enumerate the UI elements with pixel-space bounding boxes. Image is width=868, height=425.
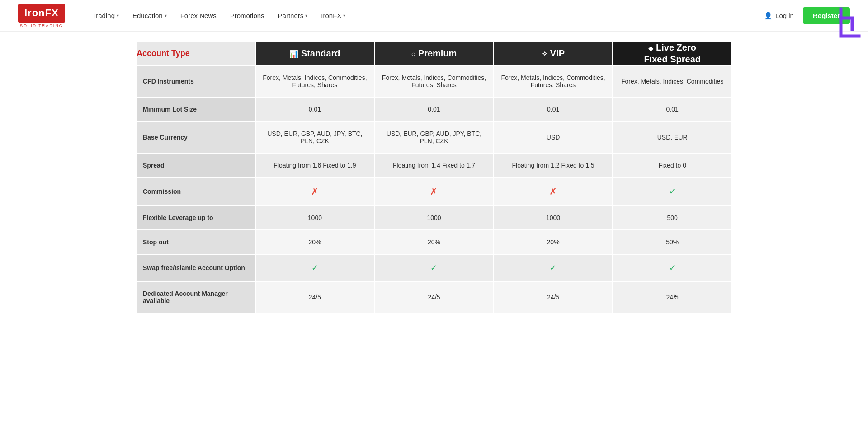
cell-live: ✓ bbox=[613, 177, 732, 205]
table-row: Commission✗✗✗✓ bbox=[136, 177, 732, 205]
header-label-col: Account Type bbox=[136, 41, 255, 65]
cell-live: 500 bbox=[613, 205, 732, 230]
chevron-down-icon: ▾ bbox=[305, 13, 307, 18]
row-label: Stop out bbox=[136, 230, 255, 254]
cell-premium: 24/5 bbox=[374, 281, 494, 313]
user-icon: 👤 bbox=[764, 12, 773, 20]
cell-vip: 0.01 bbox=[494, 97, 613, 121]
table-row: Dedicated Account Manager available24/52… bbox=[136, 281, 732, 313]
chevron-down-icon: ▾ bbox=[165, 13, 167, 18]
cross-icon: ✗ bbox=[311, 187, 319, 196]
cell-vip: 20% bbox=[494, 230, 613, 254]
nav-links: Trading ▾ Education ▾ Forex News Promoti… bbox=[92, 12, 764, 19]
logo[interactable]: IronFX SOLID TRADING bbox=[18, 4, 65, 28]
cell-vip: 1000 bbox=[494, 205, 613, 230]
logo-text: IronFX bbox=[18, 4, 65, 23]
row-label: CFD Instruments bbox=[136, 65, 255, 97]
header-vip: ✧ VIP bbox=[494, 41, 613, 65]
header-premium: ○ Premium bbox=[374, 41, 494, 65]
chevron-down-icon: ▾ bbox=[117, 13, 119, 18]
navbar: IronFX SOLID TRADING Trading ▾ Education… bbox=[0, 0, 868, 32]
header-standard: 📊 Standard bbox=[255, 41, 375, 65]
diamond-icon: ◆ bbox=[648, 45, 653, 52]
bar-chart-icon: 📊 bbox=[289, 50, 298, 58]
cell-standard: Forex, Metals, Indices, Commodities, Fut… bbox=[255, 65, 375, 97]
check-icon: ✓ bbox=[550, 263, 557, 272]
table-row: Minimum Lot Size0.010.010.010.01 bbox=[136, 97, 732, 121]
cell-premium: Floating from 1.4 Fixed to 1.7 bbox=[374, 153, 494, 177]
check-icon: ✓ bbox=[669, 263, 676, 272]
corner-brand-icon bbox=[836, 5, 863, 41]
cell-live: Forex, Metals, Indices, Commodities bbox=[613, 65, 732, 97]
row-label: Base Currency bbox=[136, 121, 255, 153]
table-row: Flexible Leverage up to100010001000500 bbox=[136, 205, 732, 230]
cell-vip: 24/5 bbox=[494, 281, 613, 313]
cell-vip: Floating from 1.2 Fixed to 1.5 bbox=[494, 153, 613, 177]
cell-premium: ✓ bbox=[374, 254, 494, 281]
table-row: Swap free/Islamic Account Option✓✓✓✓ bbox=[136, 254, 732, 281]
nav-education[interactable]: Education ▾ bbox=[132, 12, 167, 19]
cell-live: ✓ bbox=[613, 254, 732, 281]
row-label: Minimum Lot Size bbox=[136, 97, 255, 121]
nav-partners[interactable]: Partners ▾ bbox=[278, 12, 308, 19]
cell-premium: 0.01 bbox=[374, 97, 494, 121]
cell-live: 24/5 bbox=[613, 281, 732, 313]
cell-live: Fixed to 0 bbox=[613, 153, 732, 177]
cell-vip: Forex, Metals, Indices, Commodities, Fut… bbox=[494, 65, 613, 97]
cell-standard: ✓ bbox=[255, 254, 375, 281]
cross-icon: ✗ bbox=[549, 187, 557, 196]
cell-standard: 1000 bbox=[255, 205, 375, 230]
check-icon: ✓ bbox=[430, 263, 437, 272]
header-live-zero: ◆ Live Zero Fixed Spread bbox=[613, 41, 732, 65]
row-label: Swap free/Islamic Account Option bbox=[136, 254, 255, 281]
cell-premium: ✗ bbox=[374, 177, 494, 205]
nav-trading[interactable]: Trading ▾ bbox=[92, 12, 119, 19]
cell-vip: USD bbox=[494, 121, 613, 153]
check-icon: ✓ bbox=[669, 187, 676, 196]
row-label: Spread bbox=[136, 153, 255, 177]
table-row: Base CurrencyUSD, EUR, GBP, AUD, JPY, BT… bbox=[136, 121, 732, 153]
circle-icon: ○ bbox=[411, 50, 416, 58]
comparison-table-wrap: Account Type 📊 Standard ○ Premium ✧ VIP … bbox=[118, 32, 750, 332]
cell-live: 0.01 bbox=[613, 97, 732, 121]
row-label: Flexible Leverage up to bbox=[136, 205, 255, 230]
cell-premium: USD, EUR, GBP, AUD, JPY, BTC, PLN, CZK bbox=[374, 121, 494, 153]
cross-icon: ✗ bbox=[430, 187, 438, 196]
row-label: Dedicated Account Manager available bbox=[136, 281, 255, 313]
cell-premium: Forex, Metals, Indices, Commodities, Fut… bbox=[374, 65, 494, 97]
nav-forex-news[interactable]: Forex News bbox=[180, 12, 217, 19]
cell-vip: ✓ bbox=[494, 254, 613, 281]
cell-live: 50% bbox=[613, 230, 732, 254]
chevron-down-icon: ▾ bbox=[343, 13, 345, 18]
comparison-table: Account Type 📊 Standard ○ Premium ✧ VIP … bbox=[136, 41, 732, 313]
cell-standard: Floating from 1.6 Fixed to 1.9 bbox=[255, 153, 375, 177]
nav-promotions[interactable]: Promotions bbox=[230, 12, 264, 19]
cell-premium: 1000 bbox=[374, 205, 494, 230]
table-row: SpreadFloating from 1.6 Fixed to 1.9Floa… bbox=[136, 153, 732, 177]
cell-standard: USD, EUR, GBP, AUD, JPY, BTC, PLN, CZK bbox=[255, 121, 375, 153]
logo-sub: SOLID TRADING bbox=[18, 23, 65, 28]
nav-ironfx[interactable]: IronFX ▾ bbox=[321, 12, 345, 19]
cell-premium: 20% bbox=[374, 230, 494, 254]
cell-standard: 20% bbox=[255, 230, 375, 254]
cell-vip: ✗ bbox=[494, 177, 613, 205]
table-row: Stop out20%20%20%50% bbox=[136, 230, 732, 254]
star-icon: ✧ bbox=[542, 50, 547, 58]
login-button[interactable]: 👤 Log in bbox=[764, 12, 794, 20]
cell-standard: 24/5 bbox=[255, 281, 375, 313]
row-label: Commission bbox=[136, 177, 255, 205]
cell-standard: ✗ bbox=[255, 177, 375, 205]
check-icon: ✓ bbox=[311, 263, 318, 272]
cell-standard: 0.01 bbox=[255, 97, 375, 121]
table-row: CFD InstrumentsForex, Metals, Indices, C… bbox=[136, 65, 732, 97]
cell-live: USD, EUR bbox=[613, 121, 732, 153]
